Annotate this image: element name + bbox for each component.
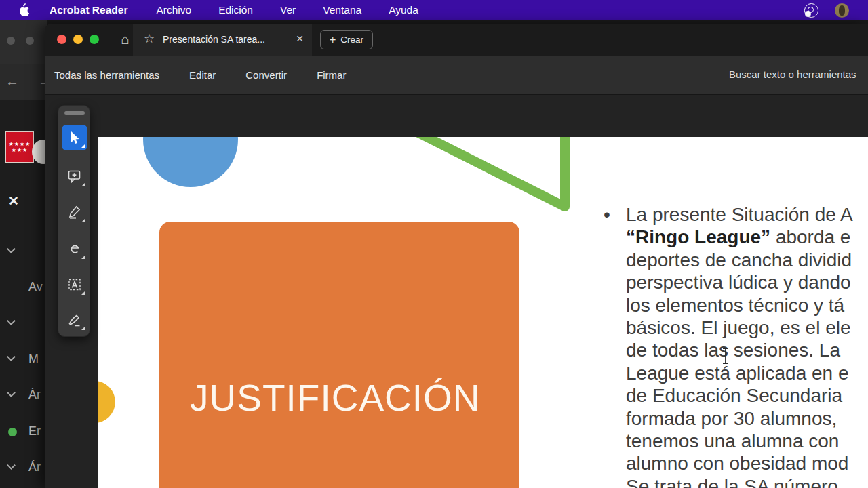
close-window-button[interactable] xyxy=(57,35,66,44)
text-cursor-icon xyxy=(721,347,730,365)
inactive-traffic-light[interactable] xyxy=(7,37,15,45)
menu-archivo[interactable]: Archivo xyxy=(156,4,191,16)
cursor-arrow-icon xyxy=(66,129,83,146)
plus-icon: + xyxy=(330,34,336,46)
close-icon[interactable]: ✕ xyxy=(8,193,19,209)
pdf-page[interactable]: JUSTIFICACIÓN • La presente Situación de… xyxy=(98,137,868,488)
text-line: tenemos una alumna con xyxy=(626,430,868,452)
chevron-down-icon[interactable] xyxy=(7,388,16,397)
draw-tool[interactable] xyxy=(62,236,87,262)
star-icon[interactable]: ☆ xyxy=(144,31,155,46)
slide-body-text: • La presente Situación de A “Ringo Leag… xyxy=(604,203,868,488)
list-item[interactable]: Er xyxy=(0,424,47,439)
bullet-glyph: • xyxy=(604,203,610,226)
screen: Acrobat Reader Archivo Edición Ver Venta… xyxy=(0,0,868,488)
slide-title: JUSTIFICACIÓN xyxy=(190,376,481,420)
chevron-down-icon[interactable] xyxy=(7,245,16,253)
zoom-window-button[interactable] xyxy=(90,35,99,44)
select-tool[interactable] xyxy=(62,125,87,150)
list-item[interactable]: Av xyxy=(0,280,47,295)
slide-green-triangle xyxy=(397,137,587,218)
list-item[interactable]: Ár xyxy=(0,388,47,403)
comment-plus-icon xyxy=(66,168,83,184)
highlight-tool[interactable] xyxy=(62,199,87,225)
logo-stars-row1: ★★★★ xyxy=(9,141,31,147)
search-input[interactable]: Buscar texto o herramientas xyxy=(729,68,856,80)
obs-icon[interactable] xyxy=(804,3,818,18)
background-window-navbar: ← → xyxy=(0,64,47,100)
text-fragment: aborda e xyxy=(770,226,850,247)
quick-tools-palette xyxy=(58,105,90,337)
menubar-status-area xyxy=(804,0,849,20)
tab-title: Presentación SA tarea... xyxy=(163,34,265,45)
list-item[interactable] xyxy=(0,316,47,331)
list-item-label: Er xyxy=(28,424,41,439)
home-icon[interactable]: ⌂ xyxy=(121,31,130,47)
dropdown-corner xyxy=(81,291,85,295)
document-tab[interactable]: ☆ Presentación SA tarea... ✕ xyxy=(133,24,312,56)
slide-yellow-circle xyxy=(98,381,115,423)
menubar-app-title[interactable]: Acrobat Reader xyxy=(50,4,127,16)
logo-stars-row2: ★★★ xyxy=(12,147,28,153)
text-line: League está aplicada en e xyxy=(626,362,868,384)
text-line: alumno con obesidad mod xyxy=(626,452,868,474)
list-item-label: Ár xyxy=(28,388,41,402)
tab-bar: ⌂ ☆ Presentación SA tarea... ✕ + Crear xyxy=(45,24,868,56)
select-text-icon xyxy=(66,277,83,293)
menu-ver[interactable]: Ver xyxy=(280,4,296,16)
fill-sign-tool[interactable] xyxy=(62,307,87,333)
dropdown-corner xyxy=(81,219,85,222)
palette-drag-handle[interactable] xyxy=(64,111,85,115)
green-dot-icon xyxy=(8,428,17,436)
acrobat-window: ⌂ ☆ Presentación SA tarea... ✕ + Crear T… xyxy=(45,24,868,488)
back-arrow-icon[interactable]: ← xyxy=(5,74,19,89)
text-line: perspectiva lúdica y dando xyxy=(626,271,868,293)
panel-close-row[interactable]: ✕ xyxy=(0,192,47,207)
create-button[interactable]: + Crear xyxy=(320,30,373,49)
paragraph-lines: La presente Situación de A “Ringo League… xyxy=(626,203,868,488)
list-item-label: Av xyxy=(28,280,43,294)
bold-fragment: “Ringo League” xyxy=(626,226,770,247)
convert-menu[interactable]: Convertir xyxy=(245,69,287,81)
menu-ayuda[interactable]: Ayuda xyxy=(389,4,418,16)
background-window-panel: ★★★★ ★★★ ✕ Av M Ár xyxy=(0,100,47,488)
minimize-window-button[interactable] xyxy=(73,35,83,44)
text-line: Se trata de la SA número xyxy=(626,475,868,488)
signature-pen-icon xyxy=(66,312,83,328)
apple-icon[interactable] xyxy=(18,3,29,17)
text-line: La presente Situación de A xyxy=(626,203,868,226)
text-line: “Ringo League” aborda e xyxy=(626,226,868,248)
text-line: los elementos técnico y tá xyxy=(626,294,868,317)
dropdown-corner xyxy=(81,144,85,148)
macos-menubar: Acrobat Reader Archivo Edición Ver Venta… xyxy=(0,0,868,20)
user-avatar-icon[interactable] xyxy=(835,3,849,18)
menu-edicion[interactable]: Edición xyxy=(218,4,253,16)
all-tools-menu[interactable]: Todas las herramientas xyxy=(54,69,159,81)
menu-ventana[interactable]: Ventana xyxy=(323,4,361,16)
text-line: básicos. El juego, es el ele xyxy=(626,317,868,339)
text-line: deportes de cancha dividid xyxy=(626,249,868,271)
dropdown-corner xyxy=(81,183,85,186)
chevron-down-icon[interactable] xyxy=(7,317,16,325)
background-window-titlebar xyxy=(0,20,47,64)
list-item[interactable]: Ár xyxy=(0,460,47,475)
add-comment-tool[interactable] xyxy=(62,163,87,189)
list-item[interactable] xyxy=(0,244,47,259)
dropdown-corner xyxy=(81,256,85,259)
sign-menu[interactable]: Firmar xyxy=(317,69,346,81)
squiggle-icon xyxy=(66,241,83,257)
tab-close-icon[interactable]: ✕ xyxy=(296,33,304,44)
text-line: de Educación Secundaria xyxy=(626,384,868,407)
main-toolbar: Todas las herramientas Editar Convertir … xyxy=(45,56,868,95)
inactive-traffic-light[interactable] xyxy=(26,37,34,45)
text-line: formada por 30 alumnos, xyxy=(626,407,868,430)
select-text-tool[interactable] xyxy=(62,272,87,298)
document-viewport[interactable]: JUSTIFICACIÓN • La presente Situación de… xyxy=(45,95,868,488)
background-window: ← → ★★★★ ★★★ ✕ Av M xyxy=(0,20,47,488)
slide-blue-circle xyxy=(143,137,238,187)
chevron-down-icon[interactable] xyxy=(7,352,16,361)
list-item[interactable]: M xyxy=(0,352,47,367)
create-button-label: Crear xyxy=(340,35,363,45)
edit-menu[interactable]: Editar xyxy=(189,69,216,81)
chevron-down-icon[interactable] xyxy=(7,461,16,470)
